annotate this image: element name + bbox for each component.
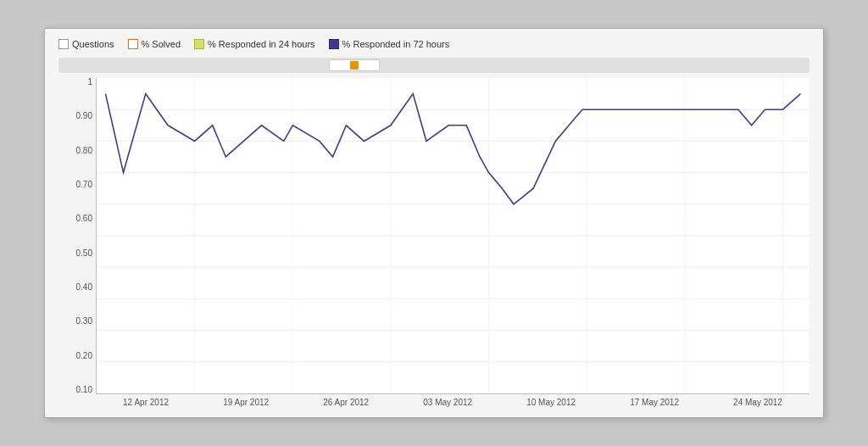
y-axis: 1 0.90 0.80 0.70 0.60 0.50 0.40 0.30 0.2… — [58, 78, 96, 394]
legend-item-responded24: % Responded in 24 hours — [194, 39, 315, 49]
x-label-24may: 24 May 2012 — [733, 398, 782, 407]
legend-icon-solved — [128, 39, 138, 49]
y-label-070: 0.70 — [76, 181, 92, 189]
chart-svg — [97, 78, 810, 393]
legend-label-responded24: % Responded in 24 hours — [208, 39, 315, 49]
x-label-10may: 10 May 2012 — [526, 398, 576, 407]
x-axis: 12 Apr 2012 19 Apr 2012 26 Apr 2012 03 M… — [58, 398, 810, 407]
legend-label-responded72: % Responded in 72 hours — [342, 39, 450, 49]
legend-icon-responded72 — [329, 39, 339, 49]
y-label-020: 0.20 — [76, 352, 92, 360]
chart-legend: Questions % Solved % Responded in 24 hou… — [58, 39, 810, 49]
y-label-010: 0.10 — [76, 386, 92, 394]
chart-container: Questions % Solved % Responded in 24 hou… — [44, 28, 824, 418]
legend-icon-responded24 — [194, 39, 204, 49]
scrollbar-thumb-indicator — [350, 61, 359, 70]
scrollbar[interactable] — [58, 58, 810, 73]
x-label-17may: 17 May 2012 — [630, 398, 679, 407]
data-line-responded72 — [106, 94, 801, 204]
y-label-080: 0.80 — [76, 147, 92, 155]
graph-wrapper: 1 0.90 0.80 0.70 0.60 0.50 0.40 0.30 0.2… — [58, 78, 810, 394]
y-label-040: 0.40 — [76, 283, 92, 292]
x-label-26apr: 26 Apr 2012 — [323, 398, 369, 407]
x-label-12apr: 12 Apr 2012 — [123, 398, 169, 407]
legend-item-solved: % Solved — [128, 39, 181, 49]
y-label-060: 0.60 — [76, 215, 92, 223]
y-label-050: 0.50 — [76, 249, 92, 258]
graph-inner — [96, 78, 810, 394]
legend-label-solved: % Solved — [142, 39, 181, 49]
scrollbar-thumb[interactable] — [329, 59, 380, 71]
y-label-1: 1 — [87, 78, 92, 86]
y-label-090: 0.90 — [76, 112, 92, 120]
legend-item-responded72: % Responded in 72 hours — [329, 39, 450, 49]
x-label-19apr: 19 Apr 2012 — [223, 398, 269, 407]
y-label-030: 0.30 — [76, 317, 92, 326]
legend-label-questions: Questions — [72, 39, 114, 49]
legend-item-questions: Questions — [58, 39, 114, 49]
chart-area: 1 0.90 0.80 0.70 0.60 0.50 0.40 0.30 0.2… — [58, 58, 810, 407]
legend-icon-questions — [58, 39, 69, 49]
x-label-03may: 03 May 2012 — [423, 398, 472, 407]
